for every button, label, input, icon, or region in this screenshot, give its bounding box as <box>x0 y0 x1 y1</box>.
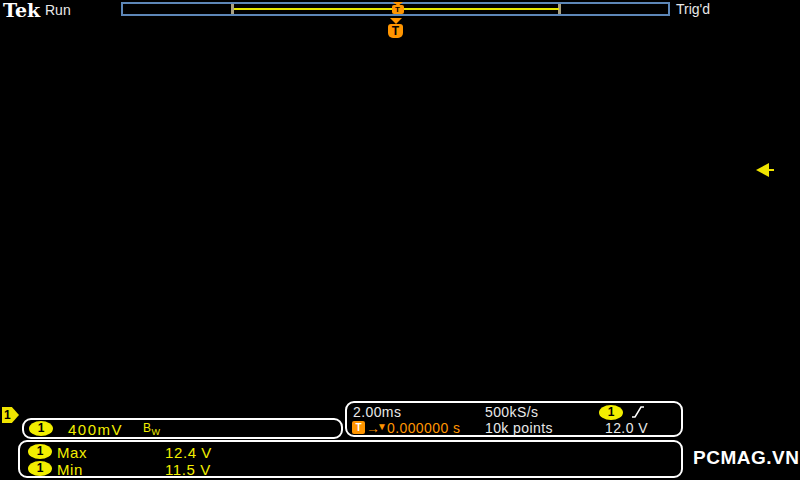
channel1-badge: 1 <box>28 444 52 459</box>
trigger-t-icon: T <box>352 421 365 434</box>
trigger-position-marker: T <box>387 18 404 38</box>
channel1-readout-box: 1 400mV BW <box>22 418 343 439</box>
channel1-badge: 1 <box>28 461 52 476</box>
measurements-panel: 1 Max 12.4 V 1 Min 11.5 V <box>18 440 683 478</box>
record-trigger-position-marker: T <box>390 2 405 14</box>
channel1-badge: 1 <box>29 421 53 436</box>
record-view-bar: T <box>121 2 670 16</box>
trigger-caret-icon: ▼ <box>377 421 387 432</box>
measurement-label: Max <box>57 444 87 461</box>
trigger-level-readout: 12.0 V <box>605 420 648 436</box>
record-length-readout: 10k points <box>485 420 553 436</box>
rising-edge-slope-icon <box>631 405 645 419</box>
bandwidth-w: W <box>151 427 160 437</box>
trigger-status: Trig'd <box>676 1 710 17</box>
oscilloscope-screen: Tek Run T Trig'd T 1 1 400mV BW 2.00ms 5… <box>0 0 800 480</box>
trigger-level-arrow-stub <box>769 169 774 171</box>
timebase-readout: 2.00ms <box>353 404 401 420</box>
measurement-value: 11.5 V <box>165 461 211 478</box>
trigger-t-icon: T <box>392 5 404 14</box>
trigger-source-badge: 1 <box>599 405 623 420</box>
horizontal-trigger-readout-box: 2.00ms 500kS/s 1 T → ▼ 0.000000 s 10k po… <box>345 401 683 437</box>
bandwidth-limit-indicator: BW <box>143 421 160 437</box>
measurement-label: Min <box>57 461 83 478</box>
channel1-scale: 400mV <box>68 421 123 438</box>
measurement-value: 12.4 V <box>165 444 212 461</box>
trigger-level-arrow-icon <box>756 163 769 177</box>
acquisition-status: Run <box>45 2 71 18</box>
trigger-t-icon: T <box>388 24 403 38</box>
sample-rate-readout: 500kS/s <box>485 404 538 420</box>
tek-logo: Tek <box>3 0 40 21</box>
watermark: PCMAG.VN <box>693 447 799 469</box>
trigger-delay-readout: 0.000000 s <box>387 420 460 436</box>
